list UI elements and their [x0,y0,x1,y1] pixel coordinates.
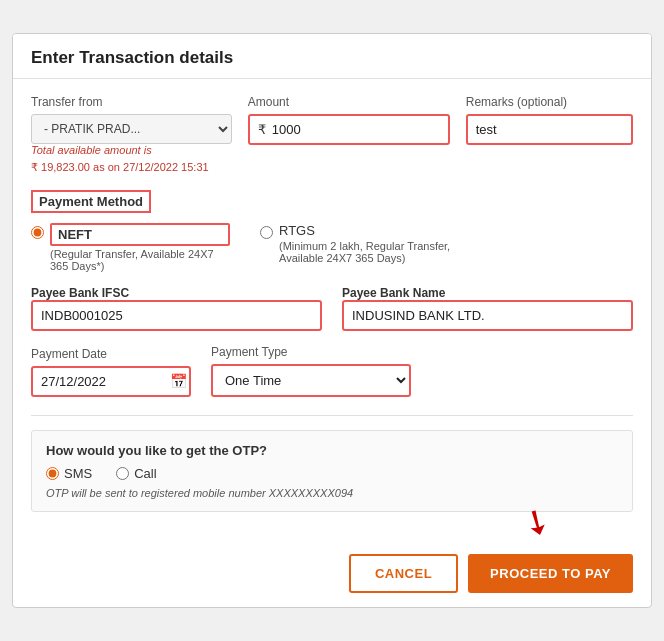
amount-input[interactable] [272,116,448,143]
payment-method-section: Payment Method NEFT (Regular Transfer, A… [31,190,633,272]
payee-ifsc-label: Payee Bank IFSC [31,286,322,300]
transfer-from-select[interactable]: - PRATIK PRAD... [31,114,232,144]
amount-label: Amount [248,95,450,109]
payee-name-label: Payee Bank Name [342,286,633,300]
transfer-from-label: Transfer from [31,95,232,109]
remarks-group: Remarks (optional) [466,95,633,145]
payment-type-select[interactable]: One Time Recurring [211,364,411,397]
date-type-row: Payment Date 📅 Payment Type One Time Rec… [31,345,633,397]
neft-radio[interactable] [31,226,44,239]
amount-group: Amount ₹ [248,95,450,145]
payee-ifsc-group: Payee Bank IFSC INDB0001025 [31,286,322,331]
otp-call-radio[interactable] [116,467,129,480]
rtgs-option: RTGS (Minimum 2 lakh, Regular Transfer, … [260,223,459,264]
payment-date-group: Payment Date 📅 [31,347,191,397]
payment-date-label: Payment Date [31,347,191,361]
payment-date-input[interactable] [31,366,191,397]
payee-name-group: Payee Bank Name INDUSIND BANK LTD. [342,286,633,331]
otp-sms-radio[interactable] [46,467,59,480]
neft-label: NEFT [50,223,230,246]
date-input-wrap: 📅 [31,366,191,397]
available-label: Total available amount is [31,144,232,156]
rtgs-description: (Minimum 2 lakh, Regular Transfer, Avail… [279,240,459,264]
divider [31,415,633,416]
amount-field-wrap: ₹ [248,114,450,145]
otp-section: How would you like to get the OTP? SMS C… [31,430,633,512]
transfer-from-group: Transfer from - PRATIK PRAD... Total ava… [31,95,232,175]
rtgs-radio[interactable] [260,226,273,239]
otp-call-label: Call [134,466,156,481]
remarks-label: Remarks (optional) [466,95,633,109]
payee-name-value: INDUSIND BANK LTD. [342,300,633,331]
proceed-button[interactable]: PROCEED TO PAY [468,554,633,593]
cancel-button[interactable]: CANCEL [349,554,458,593]
remarks-input[interactable] [466,114,633,145]
otp-sms-label: SMS [64,466,92,481]
top-fields-row: Transfer from - PRATIK PRAD... Total ava… [31,95,633,175]
dialog-header: Enter Transaction details [13,34,651,79]
payee-row: Payee Bank IFSC INDB0001025 Payee Bank N… [31,286,633,331]
rtgs-label-wrap: RTGS (Minimum 2 lakh, Regular Transfer, … [279,223,459,264]
neft-label-wrap: NEFT (Regular Transfer, Available 24X7 3… [50,223,230,272]
button-row: ➘ CANCEL PROCEED TO PAY [13,544,651,607]
payment-method-title: Payment Method [31,190,151,213]
dialog-body: Transfer from - PRATIK PRAD... Total ava… [13,79,651,543]
rtgs-label: RTGS [279,223,459,238]
payee-ifsc-value: INDB0001025 [31,300,322,331]
available-amount: ₹ 19,823.00 as on 27/12/2022 15:31 [31,160,232,175]
otp-title: How would you like to get the OTP? [46,443,618,458]
payment-type-label: Payment Type [211,345,411,359]
otp-sms-option[interactable]: SMS [46,466,92,481]
otp-radio-row: SMS Call [46,466,618,481]
neft-option: NEFT (Regular Transfer, Available 24X7 3… [31,223,230,272]
payment-method-radio-row: NEFT (Regular Transfer, Available 24X7 3… [31,223,633,272]
neft-description: (Regular Transfer, Available 24X7 365 Da… [50,248,230,272]
otp-info: OTP will be sent to registered mobile nu… [46,487,618,499]
dialog-title: Enter Transaction details [31,48,633,68]
otp-call-option[interactable]: Call [116,466,156,481]
transaction-dialog: Enter Transaction details Transfer from … [12,33,652,607]
payment-type-group: Payment Type One Time Recurring [211,345,411,397]
currency-symbol: ₹ [250,116,272,143]
